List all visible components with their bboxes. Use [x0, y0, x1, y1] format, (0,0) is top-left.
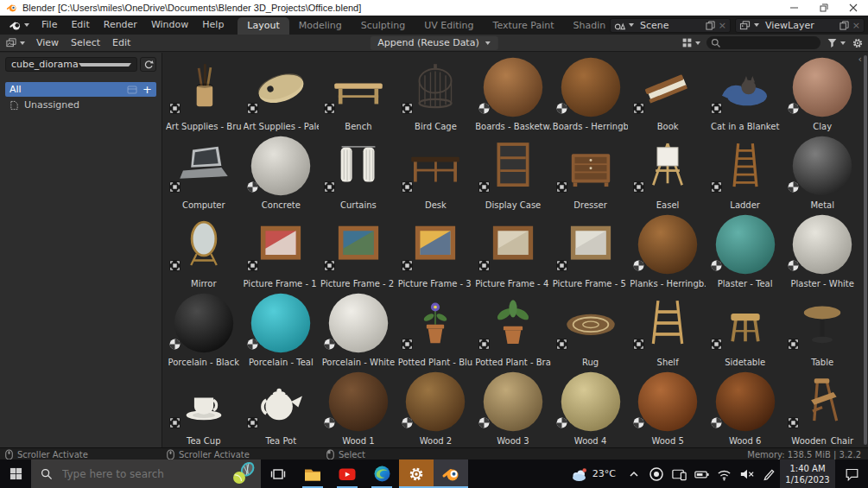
taskbar-app-blender[interactable]	[434, 459, 468, 488]
blender-menu-button[interactable]	[3, 20, 35, 31]
asset-card-clay[interactable]: Clay	[783, 54, 861, 133]
catalog-item-all[interactable]: All+	[5, 82, 156, 97]
asset-card-desk[interactable]: Desk	[397, 133, 475, 212]
asset-card-boards-herringb[interactable]: Boards - Herringb...	[552, 54, 630, 133]
asset-card-table[interactable]: Table	[783, 290, 861, 369]
asset-card-wooden-chair[interactable]: Wooden_Chair	[783, 369, 861, 447]
taskbar-clock[interactable]: 1:40 AM 1/16/2023	[780, 459, 835, 488]
asset-card-mirror[interactable]: Mirror	[165, 212, 243, 290]
asset-card-metal[interactable]: Metal	[783, 133, 861, 212]
asset-card-cat-in-a-blanket[interactable]: Cat in a Blanket	[706, 54, 784, 133]
action-center-button[interactable]	[835, 467, 868, 481]
weather-widget[interactable]: 23°C	[563, 466, 623, 482]
asset-card-dresser[interactable]: Dresser	[552, 133, 630, 212]
vertical-scrollbar[interactable]	[864, 55, 867, 445]
asset-card-picture-frame-5[interactable]: Picture Frame - 5 ...	[552, 212, 630, 290]
import-method-dropdown[interactable]: Append (Reuse Data)	[370, 36, 497, 50]
asset-card-porcelain-black[interactable]: Porcelain - Black	[165, 290, 243, 369]
workspace-tab-shading[interactable]: Shading	[564, 17, 605, 35]
asset-card-ladder[interactable]: Ladder	[706, 133, 784, 212]
asset-card-art-supplies-bru[interactable]: Art Supplies - Bru...	[165, 54, 243, 133]
asset-card-wood-2[interactable]: Wood 2	[397, 369, 475, 447]
asset-card-planks-herringb[interactable]: Planks - Herringb...	[629, 212, 706, 290]
asset-card-display-case[interactable]: Display Case	[474, 133, 552, 212]
asset-card-porcelain-white[interactable]: Porcelain - White	[320, 290, 397, 369]
tray-pen-icon[interactable]	[757, 466, 780, 482]
asset-card-plaster-white[interactable]: Plaster - White	[783, 212, 861, 290]
taskbar-search-input[interactable]	[60, 467, 203, 481]
tray-tablet-icon[interactable]	[668, 466, 690, 482]
asset-card-bench[interactable]: Bench	[320, 54, 397, 133]
header-menu-view[interactable]: View	[30, 37, 65, 48]
asset-card-sidetable[interactable]: Sidetable	[706, 290, 784, 369]
tennis-doodle-icon[interactable]	[232, 461, 258, 488]
refresh-library-button[interactable]	[140, 57, 156, 72]
region-collapse-arrow[interactable]: ‹	[858, 54, 862, 65]
new-copy-icon[interactable]	[839, 21, 849, 30]
asset-card-boards-basketw[interactable]: Boards - Basketw...	[474, 54, 552, 133]
asset-card-art-supplies-pale[interactable]: Art Supplies - Pale	[243, 54, 320, 133]
taskbar-app-file-explorer[interactable]	[295, 459, 330, 488]
workspace-tab-layout[interactable]: Layout	[238, 17, 288, 35]
tray-caret-up-icon[interactable]	[623, 466, 645, 482]
taskbar-app-edge[interactable]	[364, 459, 399, 488]
start-button[interactable]	[0, 459, 31, 488]
asset-card-wood-5[interactable]: Wood 5	[629, 369, 706, 447]
asset-card-bird-cage[interactable]: Bird Cage	[397, 54, 475, 133]
remove-icon[interactable]: ×	[852, 20, 860, 31]
asset-card-picture-frame-2[interactable]: Picture Frame - 2 ...	[320, 212, 397, 290]
tray-wifi-icon[interactable]	[713, 466, 735, 482]
menu-window[interactable]: Window	[144, 16, 195, 35]
asset-card-potted-plant-bra[interactable]: Potted Plant - Bra...	[474, 290, 552, 369]
scene-selector[interactable]: Scene ×	[610, 18, 731, 33]
editor-type-dropdown[interactable]	[5, 37, 29, 48]
viewlayer-selector[interactable]: ViewLayer ×	[735, 18, 865, 33]
asset-card-tea-pot[interactable]: Tea Pot	[243, 369, 320, 447]
menu-edit[interactable]: Edit	[64, 16, 96, 35]
asset-card-picture-frame-1[interactable]: Picture Frame - 1 ...	[243, 212, 320, 290]
asset-card-rug[interactable]: Rug	[552, 290, 630, 369]
asset-card-book[interactable]: Book	[629, 54, 706, 133]
asset-card-wood-3[interactable]: Wood 3	[474, 369, 552, 447]
asset-card-porcelain-teal[interactable]: Porcelain - Teal	[243, 290, 320, 369]
taskbar-search[interactable]	[31, 459, 261, 488]
asset-card-picture-frame-4[interactable]: Picture Frame - 4 ...	[474, 212, 552, 290]
workspace-tab-sculpting[interactable]: Sculpting	[352, 17, 415, 35]
asset-card-curtains[interactable]: Curtains	[320, 133, 397, 212]
header-menu-select[interactable]: Select	[65, 37, 106, 48]
new-copy-icon[interactable]	[706, 21, 715, 30]
asset-card-concrete[interactable]: Concrete	[243, 133, 320, 212]
tray-record-icon[interactable]	[645, 466, 668, 482]
asset-card-potted-plant-blu[interactable]: Potted Plant - Blu...	[397, 290, 475, 369]
gear-icon[interactable]	[852, 37, 864, 49]
header-menu-edit[interactable]: Edit	[106, 37, 136, 48]
asset-card-computer[interactable]: Computer	[165, 133, 243, 212]
asset-card-picture-frame-3[interactable]: Picture Frame - 3 ...	[397, 212, 475, 290]
workspace-tab-uv-editing[interactable]: UV Editing	[415, 17, 483, 35]
display-settings-dropdown[interactable]	[681, 37, 700, 48]
filter-dropdown[interactable]	[827, 37, 846, 48]
tray-volume-muted-icon[interactable]	[735, 466, 757, 482]
menu-file[interactable]: File	[35, 16, 64, 35]
asset-card-shelf[interactable]: Shelf	[629, 290, 706, 369]
asset-card-plaster-teal[interactable]: Plaster - Teal	[706, 212, 784, 290]
tray-battery-icon[interactable]	[690, 466, 713, 482]
menu-help[interactable]: Help	[195, 16, 231, 35]
asset-card-wood-6[interactable]: Wood 6	[706, 369, 784, 447]
asset-search-input[interactable]	[706, 36, 820, 49]
unlink-icon[interactable]: ×	[719, 20, 726, 31]
close-button[interactable]	[839, 0, 868, 16]
add-catalog-button[interactable]: +	[143, 84, 152, 95]
asset-card-tea-cup[interactable]: Tea Cup	[165, 369, 243, 447]
asset-card-easel[interactable]: Easel	[629, 133, 706, 212]
taskbar-app-settings[interactable]	[399, 459, 434, 488]
asset-card-wood-4[interactable]: Wood 4	[552, 369, 630, 447]
workspace-tab-texture-paint[interactable]: Texture Paint	[484, 17, 564, 35]
taskbar-app-task-view[interactable]	[261, 459, 295, 488]
minimize-button[interactable]	[780, 0, 809, 16]
asset-card-wood-1[interactable]: Wood 1	[320, 369, 397, 447]
menu-render[interactable]: Render	[97, 16, 144, 35]
restore-button[interactable]	[809, 0, 839, 16]
catalog-item-unassigned[interactable]: Unassigned	[5, 98, 156, 112]
asset-library-select[interactable]: cube_diorama	[5, 57, 137, 72]
